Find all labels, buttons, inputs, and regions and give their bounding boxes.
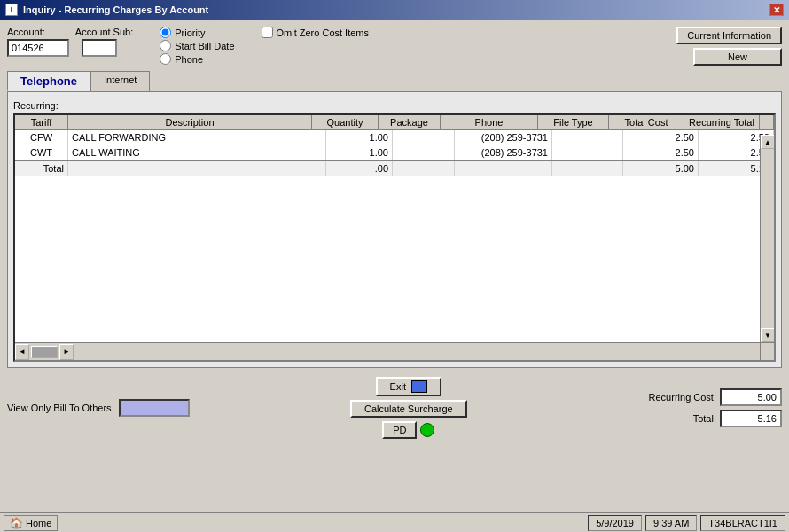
bottom-center: Exit Calculate Surcharge PD <box>350 377 467 439</box>
calculate-surcharge-button[interactable]: Calculate Surcharge <box>350 400 467 418</box>
cell-phone-1: (208) 259-3731 <box>455 130 552 145</box>
cell-totalcost-1: 2.50 <box>623 130 699 145</box>
horizontal-scrollbar[interactable]: ◄ ► <box>15 342 760 360</box>
tab-telephone[interactable]: Telephone <box>7 71 90 91</box>
col-file-type: File Type <box>538 115 609 129</box>
col-package: Package <box>379 115 441 129</box>
top-row: Account: Account Sub: Priority Start Bil… <box>7 27 782 66</box>
status-time: 9:39 AM <box>645 515 697 531</box>
account-label: Account: <box>7 27 45 37</box>
total-cost-cell: 5.00 <box>623 161 699 176</box>
table-row[interactable]: CFW CALL FORWARDING 1.00 (208) 259-3731 … <box>15 130 774 145</box>
vertical-scrollbar[interactable]: ▲ ▼ <box>760 135 774 342</box>
account-input[interactable] <box>7 39 69 57</box>
total-quantity-cell: .00 <box>326 161 393 176</box>
checkbox-omit[interactable]: Omit Zero Cost Items <box>262 27 370 38</box>
new-button[interactable]: New <box>693 48 782 66</box>
window-title: Inquiry - Recurring Charges By Account <box>23 4 208 15</box>
pd-status-indicator <box>420 423 434 437</box>
cell-tariff-1: CFW <box>15 130 68 145</box>
pd-row: PD <box>382 421 434 439</box>
current-info-button[interactable]: Current Information <box>676 27 782 44</box>
col-total-cost: Total Cost <box>609 115 684 129</box>
cell-description-2: CALL WAITING <box>68 145 326 160</box>
cell-phone-2: (208) 259-3731 <box>455 145 552 160</box>
col-tariff: Tariff <box>15 115 68 129</box>
cell-filetype-1 <box>552 130 623 145</box>
total-filetype-cell <box>552 161 623 176</box>
cell-tariff-2: CWT <box>15 145 68 160</box>
tab-row: Telephone Internet <box>7 71 782 91</box>
col-recurring-total: Recurring Total <box>684 115 760 129</box>
scroll-down-button[interactable]: ▼ <box>761 328 775 342</box>
view-only-input[interactable] <box>119 399 190 417</box>
grid-body[interactable]: CFW CALL FORWARDING 1.00 (208) 259-3731 … <box>15 130 774 338</box>
radio-start-bill[interactable]: Start Bill Date <box>160 40 234 51</box>
total-desc-cell <box>68 161 326 176</box>
radio-phone[interactable]: Phone <box>160 53 234 65</box>
account-group: Account: Account Sub: <box>7 27 133 57</box>
scroll-h-thumb[interactable] <box>31 346 58 358</box>
cell-package-1 <box>393 130 455 145</box>
account-sub-input[interactable] <box>82 39 117 57</box>
data-grid: Tariff Description Quantity Package Phon… <box>13 113 776 362</box>
bottom-left: View Only Bill To Others <box>7 399 190 417</box>
total-package-cell <box>393 161 455 176</box>
total-value[interactable] <box>720 410 782 427</box>
pd-button[interactable]: PD <box>382 421 417 439</box>
right-buttons: Current Information New <box>676 27 782 66</box>
table-row[interactable]: CWT CALL WAITING 1.00 (208) 259-3731 2.5… <box>15 145 774 160</box>
scroll-thumb[interactable] <box>761 149 774 328</box>
cell-package-2 <box>393 145 455 160</box>
scroll-corner <box>760 342 774 360</box>
scroll-right-button[interactable]: ► <box>59 344 74 360</box>
tab-internet[interactable]: Internet <box>90 71 150 91</box>
scroll-up-button[interactable]: ▲ <box>761 135 775 149</box>
radio-priority[interactable]: Priority <box>160 27 234 38</box>
status-date: 5/9/2019 <box>588 515 642 531</box>
home-button[interactable]: 🏠 Home <box>4 515 58 531</box>
recurring-label: Recurring: <box>13 100 776 111</box>
scroll-left-button[interactable]: ◄ <box>15 344 29 360</box>
total-label-cell: Total <box>15 161 68 176</box>
account-sub-label: Account Sub: <box>75 27 133 37</box>
col-quantity: Quantity <box>312 115 379 129</box>
grid-header: Tariff Description Quantity Package Phon… <box>15 115 774 130</box>
status-bar: 🏠 Home 5/9/2019 9:39 AM T34BLRACT1I1 <box>0 512 789 532</box>
view-only-label: View Only Bill To Others <box>7 403 112 413</box>
cell-description-1: CALL FORWARDING <box>68 130 326 145</box>
cell-quantity-1: 1.00 <box>326 130 393 145</box>
bottom-right: Recurring Cost: Total: <box>628 388 782 427</box>
table-total-row: Total .00 5.00 5.16 <box>15 160 774 176</box>
total-label: Total: <box>628 413 716 424</box>
exit-button[interactable]: Exit <box>376 377 441 396</box>
total-phone-cell <box>455 161 552 176</box>
app-icon: I <box>5 4 18 16</box>
panel-box: Recurring: Tariff Description Quantity P… <box>7 91 782 368</box>
omit-checkbox[interactable] <box>262 27 273 38</box>
col-phone: Phone <box>441 115 538 129</box>
main-content: Account: Account Sub: Priority Start Bil… <box>0 20 789 512</box>
total-row: Total: <box>628 410 782 427</box>
col-description: Description <box>68 115 312 129</box>
cell-filetype-2 <box>552 145 623 160</box>
col-scroll-spacer <box>760 115 774 129</box>
cell-quantity-2: 1.00 <box>326 145 393 160</box>
cell-totalcost-2: 2.50 <box>623 145 699 160</box>
title-bar: I Inquiry - Recurring Charges By Account… <box>0 0 789 20</box>
radio-group: Priority Start Bill Date Phone <box>160 27 234 65</box>
recurring-cost-label: Recurring Cost: <box>628 392 716 403</box>
bottom-section: View Only Bill To Others Exit Calculate … <box>7 373 782 442</box>
close-button[interactable]: ✕ <box>769 4 784 16</box>
exit-blue-indicator <box>411 380 427 393</box>
status-id: T34BLRACT1I1 <box>700 515 785 531</box>
recurring-cost-row: Recurring Cost: <box>628 388 782 406</box>
recurring-cost-value[interactable] <box>720 388 782 406</box>
